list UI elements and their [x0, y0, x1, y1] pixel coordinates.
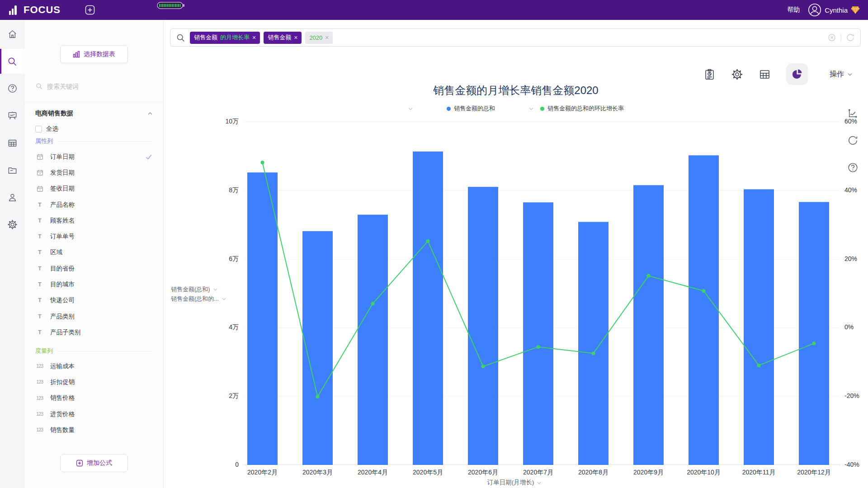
select-all[interactable]: 全选 [35, 125, 58, 133]
rail-dashboard[interactable] [0, 104, 24, 126]
growth-point-2020年5月[interactable] [426, 239, 430, 243]
field-row-运输成本[interactable]: 123运输成本 [35, 358, 154, 374]
x-axis-title[interactable]: 订单日期(月增长) [465, 479, 564, 487]
select-all-label: 全选 [46, 125, 58, 133]
check-icon [146, 154, 152, 160]
query-search-bar[interactable]: 销售金额的月增长率×销售金额×2020× [170, 28, 861, 47]
bar-2020年5月[interactable] [413, 152, 443, 465]
bar-2020年12月[interactable] [799, 202, 829, 465]
bar-2020年2月[interactable] [247, 172, 278, 465]
clear-search-icon[interactable] [827, 33, 836, 42]
field-row-顾客姓名[interactable]: T顾客姓名 [35, 213, 154, 228]
growth-point-2020年8月[interactable] [592, 351, 595, 355]
growth-point-2020年12月[interactable] [812, 341, 816, 345]
field-row-目的省份[interactable]: T目的省份 [35, 261, 154, 276]
focus-logo[interactable]: FOCUS [8, 4, 61, 16]
select-table-button[interactable]: 选择数据表 [60, 45, 128, 63]
field-row-销售数量[interactable]: 123销售数量 [35, 422, 154, 438]
chart-help-icon[interactable] [847, 162, 859, 175]
legend-item-growth-rate[interactable]: 销售金额的总和的环比增长率 [540, 104, 624, 113]
field-row-折扣促销[interactable]: 123折扣促销 [35, 374, 154, 390]
settings-gear-icon[interactable] [731, 68, 743, 81]
chevron-down-icon[interactable] [528, 106, 534, 111]
query-input[interactable] [337, 34, 823, 41]
growth-point-2020年9月[interactable] [647, 274, 651, 278]
app-header: FOCUS 帮助 Cynthia [0, 0, 868, 20]
field-row-销售价格[interactable]: 123销售价格 [35, 390, 154, 406]
growth-point-2020年6月[interactable] [481, 365, 485, 368]
sidebar-search-input[interactable] [47, 83, 137, 90]
growth-point-2020年4月[interactable] [371, 302, 375, 305]
query-chip-2[interactable]: 销售金额× [264, 32, 302, 44]
bar-2020年8月[interactable] [578, 222, 609, 465]
table-view-icon[interactable] [759, 68, 771, 81]
rail-table[interactable] [0, 132, 24, 154]
add-formula-button[interactable]: 增加公式 [60, 454, 128, 472]
number-field-icon: 123 [35, 427, 44, 432]
x-axis-title-label: 订单日期(月增长) [487, 479, 534, 487]
new-tab-button[interactable] [85, 5, 95, 15]
field-row-进货价格[interactable]: 123进货价格 [35, 406, 154, 422]
field-label: 快递公司 [50, 296, 75, 304]
field-row-订单日期[interactable]: 订单日期 [35, 149, 154, 165]
select-all-checkbox[interactable] [35, 126, 42, 133]
field-row-区域[interactable]: T区域 [35, 245, 154, 261]
dataset-header[interactable]: 电商销售数据 [35, 109, 153, 118]
query-chip-1[interactable]: 销售金额的月增长率× [190, 32, 260, 44]
bar-2020年4月[interactable] [358, 215, 388, 465]
query-chip-3[interactable]: 2020× [305, 32, 333, 44]
chevron-down-icon[interactable] [408, 106, 413, 111]
rail-home[interactable] [0, 23, 24, 45]
rail-folder[interactable] [0, 159, 24, 181]
field-row-快递公司[interactable]: T快递公司 [35, 293, 154, 308]
growth-point-2020年10月[interactable] [702, 289, 706, 293]
legend-item-sales-sum[interactable]: 销售金额的总和 [447, 104, 495, 113]
text-field-icon: T [35, 249, 44, 256]
user-menu[interactable]: Cynthia [808, 3, 860, 17]
growth-point-2020年7月[interactable] [537, 345, 540, 349]
rail-help[interactable] [0, 77, 24, 99]
growth-point-2020年2月[interactable] [261, 161, 264, 164]
chip-close-icon[interactable]: × [294, 34, 297, 41]
right-axis-tick: -40% [844, 461, 859, 468]
data-sidebar: 选择数据表 电商销售数据 全选 属性列 订单日期发货日期签收日期T产品名称T顾客… [24, 20, 164, 488]
help-link[interactable]: 帮助 [787, 6, 800, 14]
refresh-icon[interactable] [846, 33, 855, 42]
reset-refresh-icon[interactable] [847, 135, 859, 148]
chart-legend: 销售金额的总和 销售金额的总和的环比增长率 [164, 104, 868, 113]
field-row-产品名称[interactable]: T产品名称 [35, 197, 154, 213]
field-row-产品类别[interactable]: T产品类别 [35, 308, 154, 324]
field-row-签收日期[interactable]: 签收日期 [35, 181, 154, 197]
y-axis-name-2[interactable]: 销售金额(总和的... [171, 294, 226, 303]
actions-dropdown[interactable]: 操作 [830, 70, 853, 79]
y-axis-name-label: 销售金额(总和的... [171, 294, 219, 303]
rail-search[interactable] [0, 49, 24, 74]
field-row-订单单号[interactable]: T订单单号 [35, 228, 154, 244]
field-row-目的城市[interactable]: T目的城市 [35, 276, 154, 292]
chevron-up-icon[interactable] [147, 111, 153, 116]
chip-close-icon[interactable]: × [252, 34, 256, 41]
left-axis-tick: 6万 [212, 255, 239, 263]
growth-point-2020年11月[interactable] [757, 364, 761, 367]
bar-2020年3月[interactable] [302, 231, 333, 465]
bar-2020年6月[interactable] [468, 187, 498, 465]
bar-2020年7月[interactable] [523, 202, 553, 465]
text-field-icon: T [35, 297, 44, 303]
axis-config-icon[interactable] [847, 108, 859, 121]
text-field-icon: T [35, 281, 44, 288]
growth-point-2020年3月[interactable] [316, 395, 320, 398]
chip-close-icon[interactable]: × [325, 34, 329, 41]
x-axis-label: 2020年12月 [787, 469, 841, 477]
bar-2020年9月[interactable] [633, 185, 664, 465]
report-clipboard-icon[interactable] [703, 68, 716, 81]
bar-2020年10月[interactable] [689, 155, 719, 465]
bar-2020年11月[interactable] [744, 190, 774, 465]
chart-view-button[interactable] [786, 63, 808, 85]
divider [841, 34, 841, 41]
y-axis-name-1[interactable]: 销售金额(总和) [171, 284, 226, 294]
field-row-发货日期[interactable]: 发货日期 [35, 165, 154, 180]
field-row-产品子类别[interactable]: T产品子类别 [35, 324, 154, 340]
rail-user[interactable] [0, 186, 24, 208]
chart-plot[interactable] [244, 122, 841, 465]
rail-settings[interactable] [0, 213, 24, 235]
